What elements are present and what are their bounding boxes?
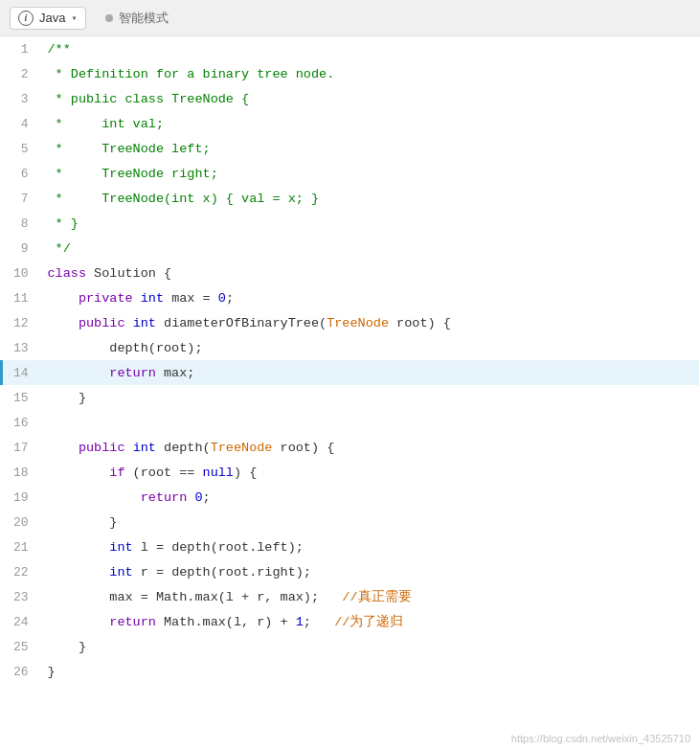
line-code[interactable]: /** bbox=[40, 36, 699, 61]
line-code[interactable]: if (root == null) { bbox=[40, 460, 699, 485]
table-row: 25 } bbox=[2, 634, 699, 659]
line-code[interactable]: return 0; bbox=[40, 485, 699, 510]
line-number: 4 bbox=[2, 111, 40, 136]
table-row: 5 * TreeNode left; bbox=[2, 136, 699, 161]
line-code[interactable]: } bbox=[40, 385, 699, 410]
toolbar: i Java ▾ 智能模式 bbox=[0, 0, 700, 36]
line-code[interactable]: */ bbox=[40, 236, 699, 261]
line-code[interactable]: int r = depth(root.right); bbox=[40, 559, 699, 584]
line-number: 6 bbox=[2, 161, 40, 186]
line-number: 16 bbox=[2, 410, 40, 435]
table-row: 18 if (root == null) { bbox=[2, 460, 699, 485]
table-row: 8 * } bbox=[2, 211, 699, 236]
table-row: 22 int r = depth(root.right); bbox=[2, 559, 699, 584]
table-row: 24 return Math.max(l, r) + 1; //为了递归 bbox=[2, 609, 699, 634]
line-code[interactable]: public int diameterOfBinaryTree(TreeNode… bbox=[40, 310, 699, 335]
line-code[interactable]: max = Math.max(l + r, max); //真正需要 bbox=[40, 584, 699, 609]
line-number: 22 bbox=[2, 559, 40, 584]
line-number: 9 bbox=[2, 236, 40, 261]
line-code[interactable]: * int val; bbox=[40, 111, 699, 136]
line-number: 15 bbox=[2, 385, 40, 410]
line-number: 14 bbox=[2, 360, 40, 385]
line-number: 11 bbox=[2, 285, 40, 310]
table-row: 12 public int diameterOfBinaryTree(TreeN… bbox=[2, 310, 699, 335]
table-row: 7 * TreeNode(int x) { val = x; } bbox=[2, 186, 699, 211]
table-row: 6 * TreeNode right; bbox=[2, 161, 699, 186]
line-number: 3 bbox=[2, 86, 40, 111]
line-number: 7 bbox=[2, 186, 40, 211]
line-code[interactable]: int l = depth(root.left); bbox=[40, 534, 699, 559]
line-number: 10 bbox=[2, 261, 40, 285]
line-number: 25 bbox=[2, 634, 40, 659]
table-row: 21 int l = depth(root.left); bbox=[2, 534, 699, 559]
line-number: 12 bbox=[2, 310, 40, 335]
line-code[interactable] bbox=[40, 410, 699, 435]
code-area: 1/**2 * Definition for a binary tree nod… bbox=[0, 36, 700, 750]
line-number: 17 bbox=[2, 435, 40, 460]
line-number: 13 bbox=[2, 335, 40, 360]
line-code[interactable]: } bbox=[40, 634, 699, 659]
line-code[interactable]: * TreeNode right; bbox=[40, 161, 699, 186]
line-code[interactable]: private int max = 0; bbox=[40, 285, 699, 310]
language-label: Java bbox=[39, 11, 65, 25]
line-number: 18 bbox=[2, 460, 40, 485]
line-number: 20 bbox=[2, 510, 40, 534]
line-number: 21 bbox=[2, 534, 40, 559]
line-number: 23 bbox=[2, 584, 40, 609]
table-row: 1/** bbox=[2, 36, 699, 61]
line-code[interactable]: * TreeNode(int x) { val = x; } bbox=[40, 186, 699, 211]
table-row: 14 return max; bbox=[2, 360, 699, 385]
table-row: 26} bbox=[2, 659, 699, 684]
table-row: 3 * public class TreeNode { bbox=[2, 86, 699, 111]
line-code[interactable]: * Definition for a binary tree node. bbox=[40, 61, 699, 86]
watermark: https://blog.csdn.net/weixin_43525710 bbox=[511, 733, 690, 744]
line-code[interactable]: depth(root); bbox=[40, 335, 699, 360]
line-code[interactable]: public int depth(TreeNode root) { bbox=[40, 435, 699, 460]
line-code[interactable]: return Math.max(l, r) + 1; //为了递归 bbox=[40, 609, 699, 634]
table-row: 23 max = Math.max(l + r, max); //真正需要 bbox=[2, 584, 699, 609]
table-row: 9 */ bbox=[2, 236, 699, 261]
mode-label: 智能模式 bbox=[119, 10, 169, 27]
line-number: 26 bbox=[2, 659, 40, 684]
table-row: 11 private int max = 0; bbox=[2, 285, 699, 310]
code-table: 1/**2 * Definition for a binary tree nod… bbox=[0, 36, 700, 684]
table-row: 13 depth(root); bbox=[2, 335, 699, 360]
line-number: 8 bbox=[2, 211, 40, 236]
line-code[interactable]: * public class TreeNode { bbox=[40, 86, 699, 111]
table-row: 2 * Definition for a binary tree node. bbox=[2, 61, 699, 86]
line-code[interactable]: * TreeNode left; bbox=[40, 136, 699, 161]
table-row: 20 } bbox=[2, 510, 699, 534]
table-row: 10class Solution { bbox=[2, 261, 699, 285]
line-number: 2 bbox=[2, 61, 40, 86]
line-code[interactable]: return max; bbox=[40, 360, 699, 385]
info-icon: i bbox=[18, 11, 34, 26]
mode-dot-icon bbox=[105, 14, 113, 22]
line-code[interactable]: } bbox=[40, 510, 699, 534]
table-row: 17 public int depth(TreeNode root) { bbox=[2, 435, 699, 460]
table-row: 15 } bbox=[2, 385, 699, 410]
line-code[interactable]: } bbox=[40, 659, 699, 684]
line-number: 19 bbox=[2, 485, 40, 510]
line-number: 24 bbox=[2, 609, 40, 634]
line-code[interactable]: * } bbox=[40, 211, 699, 236]
line-number: 1 bbox=[2, 36, 40, 61]
language-selector[interactable]: i Java ▾ bbox=[10, 7, 86, 30]
table-row: 19 return 0; bbox=[2, 485, 699, 510]
table-row: 16 bbox=[2, 410, 699, 435]
chevron-down-icon: ▾ bbox=[71, 12, 77, 24]
table-row: 4 * int val; bbox=[2, 111, 699, 136]
mode-indicator: 智能模式 bbox=[105, 10, 169, 27]
line-number: 5 bbox=[2, 136, 40, 161]
line-code[interactable]: class Solution { bbox=[40, 261, 699, 285]
